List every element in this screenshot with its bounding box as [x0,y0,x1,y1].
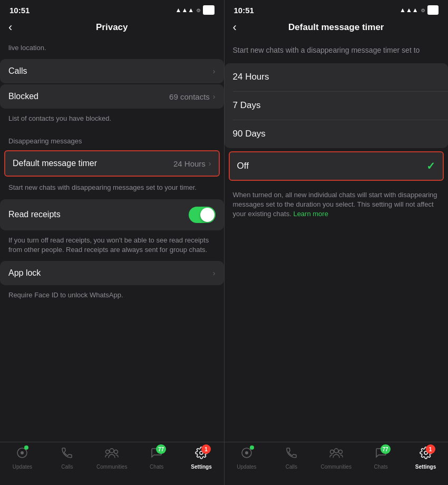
learn-more-text[interactable]: Learn more [293,210,328,218]
read-receipts-group: Read receipts [0,199,224,230]
right-panel: 10:51 ▲▲▲ ⌾ 76 ‹ Default message timer S… [225,0,449,485]
svg-point-4 [110,449,114,453]
option-off-row[interactable]: Off ✓ [229,151,444,181]
settings-badge-right: 1 [426,444,435,454]
toggle-thumb [200,208,215,222]
timer-value: 24 Hours [173,159,206,168]
default-timer-row[interactable]: Default message timer 24 Hours › [4,150,220,177]
footer-text: When turned on, all new individual chats… [225,184,449,226]
disappearing-section-label: Disappearing messages [0,130,224,148]
signal-icon-left: ▲▲▲ [176,6,194,14]
wifi-icon-left: ⌾ [197,6,200,14]
svg-point-1 [21,451,24,454]
option-24h-label: 24 Hours [233,72,269,82]
options-group: 24 Hours 7 Days 90 Days [225,63,449,148]
signal-icon-right: ▲▲▲ [400,6,418,14]
page-title-left: Privacy [96,22,128,33]
tab-label-chats-right: Chats [374,464,388,470]
calls-right: › [213,67,216,75]
blocked-right: 69 contacts › [169,92,215,101]
battery-left: 76 [203,5,214,15]
read-receipts-label: Read receipts [8,210,61,219]
chats-badge-right: 77 [381,444,391,454]
tab-label-settings-right: Settings [415,464,436,470]
read-receipts-row[interactable]: Read receipts [0,199,224,230]
tab-label-updates-left: Updates [13,464,32,470]
svg-point-9 [338,450,342,454]
default-timer-right: 24 Hours › [173,159,211,168]
calls-icon-left [61,447,73,462]
calls-chevron: › [213,67,216,75]
communities-icon-left [105,447,119,462]
calls-label: Calls [8,66,27,76]
tab-updates-left[interactable]: Updates [0,447,45,470]
app-lock-chevron: › [213,269,216,277]
tab-bar-left: Updates Calls Communities [0,442,224,485]
svg-point-10 [334,449,338,453]
intro-text: Start new chats with a disappearing mess… [225,39,449,63]
timer-chevron: › [209,159,211,168]
timer-info-text: Start new chats with disappearing messag… [0,179,224,199]
tab-chats-right[interactable]: 77 Chats [358,447,403,470]
option-24h[interactable]: 24 Hours [225,63,449,91]
blocked-chevron: › [213,92,216,101]
option-off-label: Off [237,161,249,171]
option-off-checkmark: ✓ [426,160,435,172]
read-receipts-toggle[interactable] [189,207,216,223]
nav-header-left: ‹ Privacy [0,18,224,39]
tab-bar-right: Updates Calls Communities [225,442,449,485]
chats-badge-left: 77 [156,444,166,454]
nav-header-right: ‹ Default message timer [225,18,449,39]
blocked-info-text: List of contacts you have blocked. [0,110,224,130]
settings-badge-left: 1 [201,444,211,454]
svg-point-3 [114,450,118,454]
tab-communities-left[interactable]: Communities [90,447,134,470]
app-lock-label: App lock [8,268,41,278]
blocked-row[interactable]: Blocked 69 contacts › [0,84,224,109]
status-bar-left: 10:51 ▲▲▲ ⌾ 76 [0,0,224,18]
tab-label-communities-left: Communities [96,464,127,470]
tab-label-calls-left: Calls [61,464,73,470]
footer-text-content: When turned on, all new individual chats… [233,191,437,218]
receipts-info-text: If you turn off read receipts, you won't… [0,231,224,261]
tab-calls-right[interactable]: Calls [269,447,314,470]
blocked-count: 69 contacts [169,92,210,101]
svg-point-8 [330,450,334,454]
svg-point-7 [245,451,248,454]
calls-icon-right [285,447,298,462]
app-lock-row[interactable]: App lock › [0,261,224,285]
right-panel-content: Start new chats with a disappearing mess… [225,39,449,442]
calls-row[interactable]: Calls › [0,59,224,83]
updates-icon-left [16,449,28,462]
svg-point-2 [106,450,110,454]
tab-label-communities-right: Communities [321,464,352,470]
tab-label-calls-right: Calls [286,464,297,470]
tab-settings-right[interactable]: 1 Settings [403,447,448,470]
calls-group: Calls › [0,59,224,83]
live-location-text: live location. [0,39,224,59]
wifi-icon-right: ⌾ [421,6,425,14]
tab-calls-left[interactable]: Calls [45,447,90,470]
default-timer-label: Default message timer [13,159,97,168]
back-button-left[interactable]: ‹ [8,22,12,33]
option-90d[interactable]: 90 Days [225,120,449,148]
communities-icon-right [329,447,343,462]
blocked-label: Blocked [8,92,38,101]
option-7d[interactable]: 7 Days [225,92,449,119]
app-lock-right: › [213,269,216,277]
tab-settings-left[interactable]: 1 Settings [179,447,224,470]
tab-chats-left[interactable]: 77 Chats [134,447,179,470]
tab-updates-right[interactable]: Updates [225,447,269,470]
page-title-right: Default message timer [288,22,384,33]
status-bar-right: 10:51 ▲▲▲ ⌾ 76 [225,0,449,18]
status-time-right: 10:51 [234,6,254,15]
tab-communities-right[interactable]: Communities [314,447,358,470]
back-button-right[interactable]: ‹ [233,22,237,33]
app-lock-info-text: Require Face ID to unlock WhatsApp. [0,286,224,306]
battery-right: 76 [427,5,439,15]
tab-label-chats-left: Chats [150,464,163,470]
updates-dot-right [250,445,254,450]
left-panel: 10:51 ▲▲▲ ⌾ 76 ‹ Privacy live location. … [0,0,224,485]
option-90d-label: 90 Days [233,129,266,139]
option-7d-label: 7 Days [233,100,261,111]
